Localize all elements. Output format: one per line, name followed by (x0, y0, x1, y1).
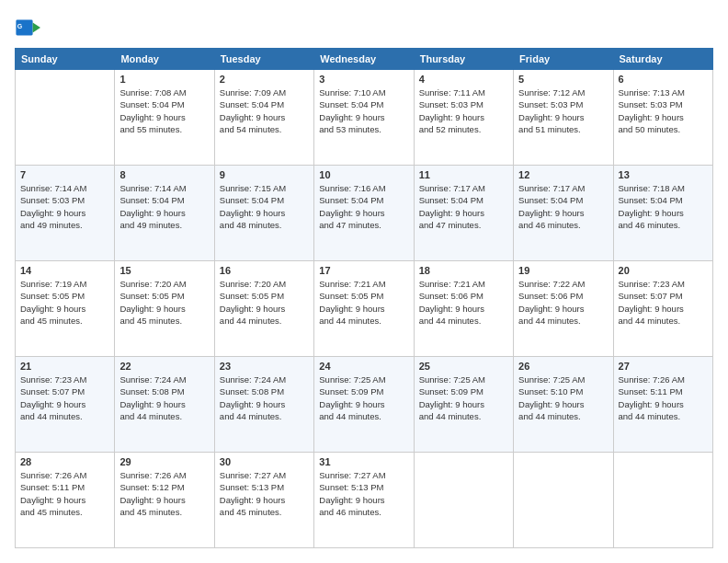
cell-info: Sunrise: 7:23 AMSunset: 5:07 PMDaylight:… (619, 278, 708, 327)
svg-marker-1 (33, 22, 40, 32)
cell-info: Sunrise: 7:15 AMSunset: 5:04 PMDaylight:… (220, 182, 309, 231)
logo-icon: G (15, 15, 40, 40)
cell-date: 18 (419, 265, 508, 276)
cell-info: Sunrise: 7:24 AMSunset: 5:08 PMDaylight:… (119, 373, 209, 422)
cell-info: Sunrise: 7:12 AMSunset: 5:03 PMDaylight:… (518, 86, 608, 135)
cell-info: Sunrise: 7:23 AMSunset: 5:07 PMDaylight:… (20, 373, 109, 422)
page: G SundayMondayTuesdayWednesdayThursdayFr… (0, 0, 728, 563)
calendar-cell: 16Sunrise: 7:20 AMSunset: 5:05 PMDayligh… (214, 261, 313, 357)
weekday-header-row: SundayMondayTuesdayWednesdayThursdayFrid… (16, 49, 713, 70)
weekday-header-friday: Friday (514, 49, 613, 70)
cell-date: 10 (319, 169, 408, 180)
week-row-1: 1Sunrise: 7:08 AMSunset: 5:04 PMDaylight… (16, 70, 713, 166)
cell-date: 17 (319, 265, 408, 276)
calendar-cell: 24Sunrise: 7:25 AMSunset: 5:09 PMDayligh… (314, 357, 414, 453)
cell-info: Sunrise: 7:25 AMSunset: 5:09 PMDaylight:… (419, 373, 508, 422)
cell-info: Sunrise: 7:21 AMSunset: 5:05 PMDaylight:… (319, 278, 408, 327)
calendar-cell: 4Sunrise: 7:11 AMSunset: 5:03 PMDaylight… (414, 70, 513, 166)
cell-info: Sunrise: 7:08 AMSunset: 5:04 PMDaylight:… (119, 86, 209, 135)
svg-text:G: G (17, 23, 23, 29)
calendar-cell: 25Sunrise: 7:25 AMSunset: 5:09 PMDayligh… (414, 357, 513, 453)
calendar-cell: 8Sunrise: 7:14 AMSunset: 5:04 PMDaylight… (115, 166, 214, 261)
calendar-cell (613, 453, 712, 548)
cell-date: 9 (220, 169, 309, 180)
cell-date: 8 (119, 169, 209, 180)
calendar-cell: 18Sunrise: 7:21 AMSunset: 5:06 PMDayligh… (414, 261, 513, 357)
cell-info: Sunrise: 7:16 AMSunset: 5:04 PMDaylight:… (319, 182, 408, 231)
cell-info: Sunrise: 7:21 AMSunset: 5:06 PMDaylight:… (419, 278, 508, 327)
cell-date: 11 (419, 169, 508, 180)
calendar-cell: 7Sunrise: 7:14 AMSunset: 5:03 PMDaylight… (16, 166, 115, 261)
calendar-cell (514, 453, 613, 548)
calendar-cell (16, 70, 115, 166)
calendar-cell: 21Sunrise: 7:23 AMSunset: 5:07 PMDayligh… (16, 357, 115, 453)
calendar-table: SundayMondayTuesdayWednesdayThursdayFrid… (15, 48, 713, 548)
calendar-cell: 20Sunrise: 7:23 AMSunset: 5:07 PMDayligh… (613, 261, 712, 357)
calendar-cell: 15Sunrise: 7:20 AMSunset: 5:05 PMDayligh… (115, 261, 214, 357)
cell-info: Sunrise: 7:18 AMSunset: 5:04 PMDaylight:… (619, 182, 708, 231)
cell-date: 2 (220, 74, 309, 85)
weekday-header-sunday: Sunday (16, 49, 115, 70)
weekday-header-tuesday: Tuesday (214, 49, 313, 70)
cell-date: 16 (220, 265, 309, 276)
weekday-header-thursday: Thursday (414, 49, 513, 70)
cell-info: Sunrise: 7:20 AMSunset: 5:05 PMDaylight:… (220, 278, 309, 327)
cell-info: Sunrise: 7:26 AMSunset: 5:11 PMDaylight:… (20, 469, 109, 518)
calendar-cell: 3Sunrise: 7:10 AMSunset: 5:04 PMDaylight… (314, 70, 414, 166)
cell-date: 1 (119, 74, 209, 85)
calendar-cell: 5Sunrise: 7:12 AMSunset: 5:03 PMDaylight… (514, 70, 613, 166)
cell-date: 4 (419, 74, 508, 85)
cell-info: Sunrise: 7:19 AMSunset: 5:05 PMDaylight:… (20, 278, 109, 327)
cell-info: Sunrise: 7:17 AMSunset: 5:04 PMDaylight:… (419, 182, 508, 231)
calendar-cell: 14Sunrise: 7:19 AMSunset: 5:05 PMDayligh… (16, 261, 115, 357)
cell-info: Sunrise: 7:27 AMSunset: 5:13 PMDaylight:… (319, 469, 408, 518)
cell-date: 24 (319, 361, 408, 372)
cell-info: Sunrise: 7:14 AMSunset: 5:04 PMDaylight:… (119, 182, 209, 231)
cell-date: 29 (119, 456, 209, 467)
calendar-cell: 17Sunrise: 7:21 AMSunset: 5:05 PMDayligh… (314, 261, 414, 357)
cell-date: 30 (220, 456, 309, 467)
calendar-cell: 29Sunrise: 7:26 AMSunset: 5:12 PMDayligh… (115, 453, 214, 548)
header: G (15, 15, 713, 40)
calendar-cell: 1Sunrise: 7:08 AMSunset: 5:04 PMDaylight… (115, 70, 214, 166)
week-row-3: 14Sunrise: 7:19 AMSunset: 5:05 PMDayligh… (16, 261, 713, 357)
cell-info: Sunrise: 7:26 AMSunset: 5:11 PMDaylight:… (619, 373, 708, 422)
week-row-4: 21Sunrise: 7:23 AMSunset: 5:07 PMDayligh… (16, 357, 713, 453)
cell-info: Sunrise: 7:13 AMSunset: 5:03 PMDaylight:… (619, 86, 708, 135)
calendar-cell: 12Sunrise: 7:17 AMSunset: 5:04 PMDayligh… (514, 166, 613, 261)
cell-info: Sunrise: 7:25 AMSunset: 5:10 PMDaylight:… (518, 373, 608, 422)
weekday-header-wednesday: Wednesday (314, 49, 414, 70)
cell-date: 23 (220, 361, 309, 372)
cell-date: 20 (619, 265, 708, 276)
cell-date: 7 (20, 169, 109, 180)
calendar-cell: 28Sunrise: 7:26 AMSunset: 5:11 PMDayligh… (16, 453, 115, 548)
cell-info: Sunrise: 7:24 AMSunset: 5:08 PMDaylight:… (220, 373, 309, 422)
cell-date: 27 (619, 361, 708, 372)
calendar-cell: 27Sunrise: 7:26 AMSunset: 5:11 PMDayligh… (613, 357, 712, 453)
calendar-cell: 19Sunrise: 7:22 AMSunset: 5:06 PMDayligh… (514, 261, 613, 357)
calendar-cell: 6Sunrise: 7:13 AMSunset: 5:03 PMDaylight… (613, 70, 712, 166)
cell-date: 26 (518, 361, 608, 372)
cell-date: 22 (119, 361, 209, 372)
week-row-5: 28Sunrise: 7:26 AMSunset: 5:11 PMDayligh… (16, 453, 713, 548)
weekday-header-saturday: Saturday (613, 49, 712, 70)
cell-date: 15 (119, 265, 209, 276)
week-row-2: 7Sunrise: 7:14 AMSunset: 5:03 PMDaylight… (16, 166, 713, 261)
cell-info: Sunrise: 7:14 AMSunset: 5:03 PMDaylight:… (20, 182, 109, 231)
weekday-header-monday: Monday (115, 49, 214, 70)
cell-date: 19 (518, 265, 608, 276)
cell-info: Sunrise: 7:10 AMSunset: 5:04 PMDaylight:… (319, 86, 408, 135)
cell-info: Sunrise: 7:22 AMSunset: 5:06 PMDaylight:… (518, 278, 608, 327)
cell-date: 12 (518, 169, 608, 180)
calendar-cell (414, 453, 513, 548)
logo: G (15, 15, 44, 40)
calendar-cell: 22Sunrise: 7:24 AMSunset: 5:08 PMDayligh… (115, 357, 214, 453)
cell-date: 3 (319, 74, 408, 85)
cell-info: Sunrise: 7:09 AMSunset: 5:04 PMDaylight:… (220, 86, 309, 135)
calendar-cell: 13Sunrise: 7:18 AMSunset: 5:04 PMDayligh… (613, 166, 712, 261)
cell-info: Sunrise: 7:11 AMSunset: 5:03 PMDaylight:… (419, 86, 508, 135)
cell-date: 25 (419, 361, 508, 372)
cell-date: 13 (619, 169, 708, 180)
calendar-cell: 11Sunrise: 7:17 AMSunset: 5:04 PMDayligh… (414, 166, 513, 261)
cell-info: Sunrise: 7:27 AMSunset: 5:13 PMDaylight:… (220, 469, 309, 518)
